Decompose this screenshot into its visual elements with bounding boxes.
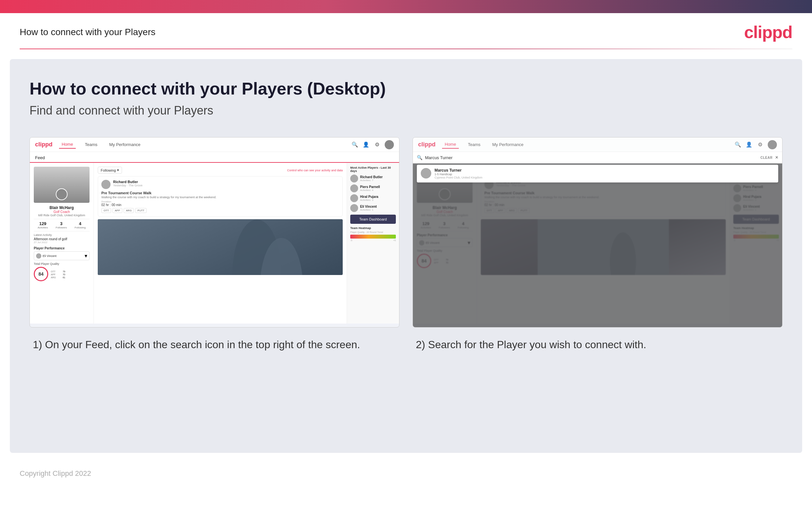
tag-arg: ARG (124, 208, 134, 213)
player-perf-header: Player Performance (34, 247, 90, 250)
step-2-number: 2) (416, 339, 425, 350)
active-player-info-3: Hiral Pujara Activities: 3 (360, 195, 378, 202)
main-content: How to connect with your Players (Deskto… (10, 59, 802, 453)
team-dashboard-button[interactable]: Team Dashboard (350, 215, 396, 224)
nav-icons: 🔍 👤 ⚙ (351, 140, 394, 149)
profile-name: Blair McHarg (34, 205, 90, 210)
tag-app: APP (112, 208, 122, 213)
active-player-name-4: Eli Vincent (360, 205, 377, 208)
chevron-down-icon-following: ▾ (117, 168, 119, 172)
activity-user-info: Richard Butler Yesterday · The Grove (113, 180, 143, 189)
step-1-number: 1) (33, 339, 42, 350)
active-player-avatar-2 (350, 184, 358, 192)
nav-icons-2: 🔍 👤 ⚙ (734, 140, 777, 149)
nav-link-myperformance-2[interactable]: My Performance (490, 141, 526, 148)
screenshot-card-2: clippd Home Teams My Performance 🔍 👤 ⚙ 🔍 (413, 137, 782, 352)
control-link[interactable]: Control who can see your activity and da… (287, 169, 343, 172)
search-result-dropdown[interactable]: Marcus Turner 1-5 Handicap Cypress Point… (417, 165, 778, 182)
step-1-text: On your Feed, click on the search icon i… (45, 339, 360, 350)
caption-1: 1) On your Feed, click on the search ico… (30, 337, 399, 352)
nav-link-teams-2[interactable]: Teams (465, 141, 483, 148)
people-icon-2[interactable]: 👤 (746, 141, 753, 148)
active-player-1: Richard Butler Activities: 7 (350, 175, 396, 182)
main-title: How to connect with your Players (Deskto… (30, 79, 782, 98)
heatmap-bar (350, 235, 396, 239)
profile-role: Golf Coach (34, 210, 90, 214)
quality-label-ott: OTT (51, 270, 58, 273)
activity-tags: OTT APP ARG PUTT (101, 208, 339, 213)
heatmap-labels: -5 +5 (350, 239, 396, 242)
activity-card: Richard Butler Yesterday · The Grove Pre… (98, 176, 343, 217)
search-icon[interactable]: 🔍 (351, 141, 359, 148)
copyright-text: Copyright Clippd 2022 (20, 469, 91, 477)
activity-title: Pre Tournament Course Walk (101, 191, 339, 195)
heatmap-max: +5 (393, 239, 396, 242)
latest-activity-date: 27 Jul 2022 (34, 241, 90, 244)
search-result-info: Marcus Turner 1-5 Handicap Cypress Point… (434, 168, 482, 179)
quality-row-ott: OTT 79 (51, 270, 65, 273)
stat-followers: 3 Followers (56, 221, 67, 229)
nav-link-myperformance[interactable]: My Performance (107, 141, 143, 148)
tag-ott: OTT (101, 208, 111, 213)
app-nav-1: clippd Home Teams My Performance 🔍 👤 ⚙ (30, 137, 399, 152)
following-btn-label: Following (101, 168, 116, 172)
nav-link-teams[interactable]: Teams (82, 141, 100, 148)
activity-user-avatar (101, 180, 110, 189)
profile-avatar (56, 188, 67, 200)
duration-label: Duration (101, 200, 339, 203)
search-input[interactable]: Marcus Turner (425, 155, 758, 160)
search-result-avatar (421, 168, 431, 178)
active-player-avatar-3 (350, 194, 358, 202)
app-body: Blair McHarg Golf Coach Mill Ride Golf C… (30, 163, 399, 324)
profile-stats: 129 Activities 3 Followers 4 Following (34, 219, 90, 231)
active-player-2: Piers Parnell Activities: 4 (350, 184, 396, 192)
following-button[interactable]: Following ▾ (98, 167, 122, 174)
close-button[interactable]: × (775, 155, 778, 161)
active-player-avatar-4 (350, 204, 358, 212)
app-logo: clippd (35, 141, 52, 148)
stat-following-val: 4 (75, 221, 86, 226)
top-gradient-bar (0, 0, 812, 13)
settings-icon-2[interactable]: ⚙ (757, 141, 764, 148)
heatmap-min: -5 (350, 239, 352, 242)
app-mockup-1: clippd Home Teams My Performance 🔍 👤 ⚙ F… (30, 137, 399, 328)
app-right-panel: Most Active Players - Last 30 days Richa… (347, 163, 399, 324)
clear-button[interactable]: CLEAR (761, 156, 773, 160)
active-player-activities-4: Activities: 1 (360, 208, 377, 211)
most-active-title: Most Active Players - Last 30 days (350, 166, 396, 173)
search-icon-2[interactable]: 🔍 (734, 141, 742, 148)
avatar-2[interactable] (768, 140, 777, 149)
app-mockup-2: clippd Home Teams My Performance 🔍 👤 ⚙ 🔍 (413, 137, 782, 328)
quality-val-app: 70 (60, 273, 65, 276)
settings-icon[interactable]: ⚙ (374, 141, 381, 148)
latest-activity-name: Afternoon round of golf (34, 237, 90, 241)
screenshots-row: clippd Home Teams My Performance 🔍 👤 ⚙ F… (30, 137, 782, 352)
activity-image (98, 219, 343, 275)
latest-activity-label: Latest Activity (34, 233, 90, 237)
activity-desc: Walking the course with my coach to buil… (101, 196, 339, 199)
app-nav-2: clippd Home Teams My Performance 🔍 👤 ⚙ (413, 137, 782, 152)
quality-label-app: APP (51, 273, 58, 276)
people-icon[interactable]: 👤 (363, 141, 370, 148)
nav-link-home[interactable]: Home (59, 140, 76, 149)
quality-row-arg: ARG 61 (51, 276, 65, 279)
caption-2: 2) Search for the Player you wish to con… (413, 337, 782, 352)
player-selector[interactable]: Eli Vincent ▾ (34, 251, 90, 260)
stat-following: 4 Following (75, 221, 86, 229)
stat-activities-val: 129 (38, 221, 48, 226)
nav-link-home-2[interactable]: Home (442, 140, 459, 149)
active-player-name-1: Richard Butler (360, 175, 383, 179)
avatar[interactable] (385, 140, 394, 149)
footer: Copyright Clippd 2022 (0, 463, 812, 484)
activity-card-header: Richard Butler Yesterday · The Grove (101, 180, 339, 189)
stat-followers-val: 3 (56, 221, 67, 226)
score-circle: 84 (34, 267, 48, 281)
chevron-down-icon: ▾ (85, 253, 87, 259)
active-player-info-1: Richard Butler Activities: 7 (360, 175, 383, 182)
quality-label-arg: ARG (51, 276, 58, 279)
feed-tab[interactable]: Feed (35, 154, 45, 163)
feed-tab-bar: Feed (30, 152, 399, 163)
active-player-info-4: Eli Vincent Activities: 1 (360, 205, 377, 211)
search-result-name: Marcus Turner (434, 168, 482, 173)
stat-following-lbl: Following (75, 226, 86, 229)
